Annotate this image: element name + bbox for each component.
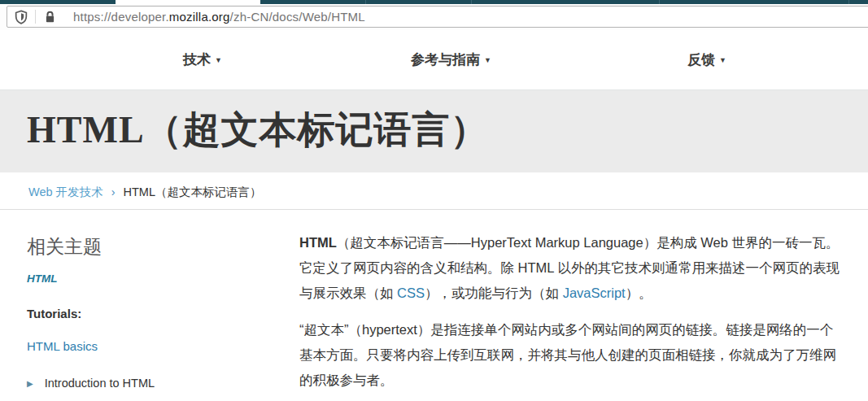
page-header: HTML（超文本标记语言） bbox=[0, 89, 868, 172]
nav-item-label: 参考与指南 bbox=[411, 52, 480, 68]
address-bar[interactable]: https://developer.mozilla.org/zh-CN/docs… bbox=[7, 6, 868, 28]
sidebar-item-label: Introduction to HTML bbox=[45, 377, 155, 390]
sidebar-link-html-basics[interactable]: HTML basics bbox=[27, 339, 98, 353]
chevron-down-icon: ▼ bbox=[719, 56, 726, 64]
chevron-down-icon: ▼ bbox=[484, 56, 491, 64]
url-domain: mozilla.org bbox=[169, 10, 230, 24]
article-paragraph: HTML（超文本标记语言——HyperText Markup Language）… bbox=[299, 230, 843, 306]
url-prefix: https://developer. bbox=[73, 10, 169, 24]
url-path: /zh-CN/docs/Web/HTML bbox=[230, 10, 365, 24]
sidebar-tutorials-label: Tutorials: bbox=[27, 307, 279, 320]
sidebar-heading: 相关主题 bbox=[27, 234, 279, 259]
nav-item-technologies[interactable]: 技术▼ bbox=[183, 50, 222, 69]
nav-item-label: 技术 bbox=[183, 52, 211, 68]
page-title: HTML（超文本标记语言） bbox=[27, 105, 489, 155]
nav-item-feedback[interactable]: 反馈▼ bbox=[687, 50, 726, 69]
site-nav: 技术▼ 参考与指南▼ 反馈▼ bbox=[0, 30, 868, 89]
shield-icon[interactable] bbox=[7, 7, 35, 27]
paragraph-text: ），或功能与行为（如 bbox=[425, 285, 563, 300]
lock-icon[interactable] bbox=[36, 7, 63, 27]
breadcrumb: Web 开发技术 › HTML（超文本标记语言） bbox=[0, 172, 868, 210]
browser-chrome: https://developer.mozilla.org/zh-CN/docs… bbox=[0, 4, 868, 30]
expand-arrow-icon: ▶ bbox=[27, 379, 33, 388]
bold-text: HTML bbox=[299, 235, 337, 250]
article-body: HTML（超文本标记语言——HyperText Markup Language）… bbox=[299, 210, 843, 393]
paragraph-text: “超文本”（hypertext）是指连接单个网站内或多个网站间的网页的链接。链接… bbox=[299, 322, 836, 387]
breadcrumb-current: HTML（超文本标记语言） bbox=[124, 185, 262, 198]
chevron-down-icon: ▼ bbox=[215, 56, 222, 64]
paragraph-text: ）。 bbox=[626, 285, 652, 300]
sidebar-item-introduction-to-html[interactable]: ▶Introduction to HTML bbox=[27, 377, 279, 390]
sidebar: 相关主题 HTML Tutorials: HTML basics ▶Introd… bbox=[27, 210, 279, 390]
nav-item-label: 反馈 bbox=[687, 52, 715, 68]
sidebar-topic-link-html[interactable]: HTML bbox=[27, 272, 58, 285]
content-link[interactable]: JavaScript bbox=[563, 285, 626, 300]
breadcrumb-link-web[interactable]: Web 开发技术 bbox=[28, 185, 103, 198]
article-paragraph: “超文本”（hypertext）是指连接单个网站内或多个网站间的网页的链接。链接… bbox=[299, 317, 843, 393]
url-text[interactable]: https://developer.mozilla.org/zh-CN/docs… bbox=[73, 10, 365, 24]
sidebar-list: ▶Introduction to HTML bbox=[27, 377, 279, 390]
nav-item-references[interactable]: 参考与指南▼ bbox=[411, 50, 491, 69]
breadcrumb-separator-icon: › bbox=[111, 185, 116, 198]
content-link[interactable]: CSS bbox=[397, 285, 425, 300]
